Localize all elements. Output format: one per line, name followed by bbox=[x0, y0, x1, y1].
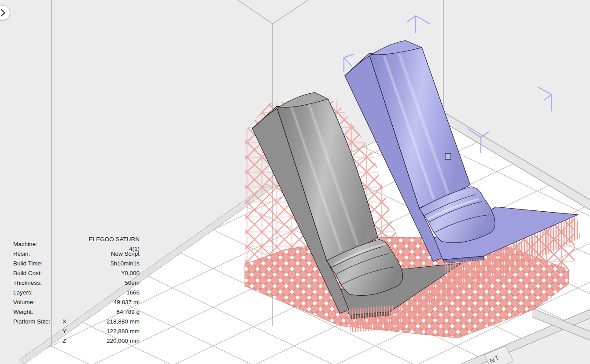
print-stats-panel: Machine:ELEGOO SATURN 4(1) Resin:New Scr… bbox=[13, 239, 140, 346]
stat-weight: Weight:64,789 g bbox=[13, 307, 140, 317]
expand-panel-button[interactable] bbox=[0, 5, 10, 20]
stat-volume: Volume:49,837 ml bbox=[13, 298, 140, 307]
stat-thickness: Thickness:50um bbox=[13, 278, 140, 288]
stat-platform-z: Z220,000 mm bbox=[13, 336, 140, 346]
stat-machine: Machine:ELEGOO SATURN 4(1) bbox=[13, 239, 140, 249]
stat-layers: Layers:1666 bbox=[13, 288, 140, 298]
stat-resin: Resin:New Script bbox=[13, 249, 140, 259]
support-point-handle[interactable] bbox=[445, 154, 451, 159]
stat-platform-x: Platform Size:X218,880 mm bbox=[13, 317, 140, 327]
stat-build-time: Build Time:5h10min1s bbox=[13, 259, 140, 268]
chevron-right-icon bbox=[0, 6, 10, 20]
stat-platform-y: Y122,880 mm bbox=[13, 327, 140, 336]
stat-build-cost: Build Cost:¥0,000 bbox=[13, 268, 140, 278]
